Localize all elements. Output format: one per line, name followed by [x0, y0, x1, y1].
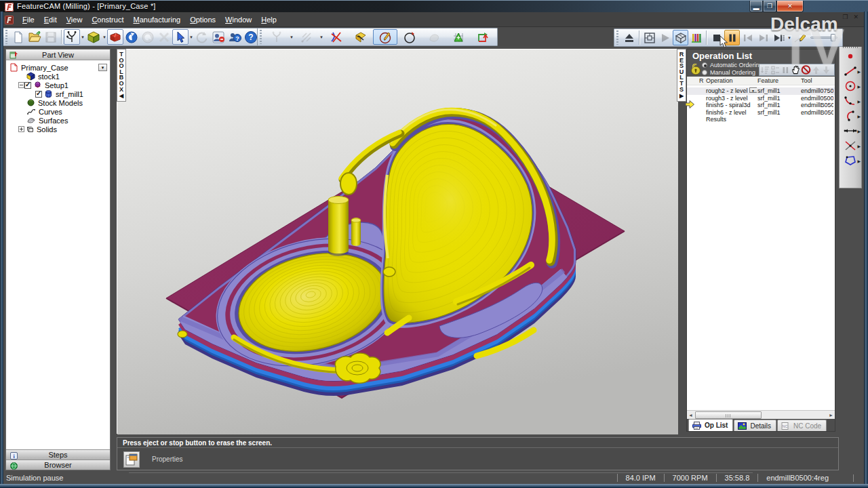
toolbar-grip[interactable]: [5, 30, 8, 44]
centerline-sim-button[interactable]: [642, 30, 657, 45]
operation-table-hscrollbar[interactable]: ◄ ►: [687, 410, 835, 419]
assistance-button[interactable]: ?: [226, 29, 243, 45]
simulation-speed-slider[interactable]: [810, 34, 837, 41]
column-header-operation[interactable]: Operation: [706, 77, 733, 84]
operation-row-rough2[interactable]: rough2 - z level▼srf_mill1endmill0750:re: [687, 87, 835, 95]
dropdown-arrow-icon[interactable]: ▼: [102, 29, 107, 45]
circle-tool-button[interactable]: [397, 29, 422, 45]
open-folder-button[interactable]: [26, 29, 43, 45]
toolbar-grip[interactable]: [616, 30, 619, 45]
toolbar-grip[interactable]: [259, 30, 262, 44]
manual-ordering-radio[interactable]: Manual Ordering: [702, 68, 763, 76]
column-header-tool[interactable]: Tool: [801, 77, 812, 84]
column-header-feature[interactable]: Feature: [757, 77, 778, 84]
tree-item-setup1[interactable]: Setup1: [6, 81, 110, 89]
steps-button[interactable]: iSteps: [6, 449, 110, 460]
mdi-close-button[interactable]: ✕: [853, 14, 859, 20]
tree-item-solids[interactable]: Solids: [6, 125, 110, 134]
resize-grip[interactable]: [853, 474, 863, 482]
save-button: [43, 29, 59, 45]
circle-button[interactable]: ▶: [840, 79, 861, 94]
results-tab[interactable]: RESULTS▶: [677, 49, 686, 102]
automatic-ordering-radio[interactable]: Automatic Ordering: [702, 61, 763, 68]
tree-checkbox[interactable]: [35, 91, 42, 98]
pause-button[interactable]: [724, 30, 740, 45]
slider-thumb[interactable]: [831, 34, 835, 41]
browser-button[interactable]: Browser: [6, 460, 110, 470]
select-cursor-button[interactable]: [172, 29, 189, 45]
delete-icon: [158, 31, 170, 43]
stop-button[interactable]: [709, 30, 724, 45]
eject-button[interactable]: [621, 30, 637, 45]
graphics-viewport[interactable]: [117, 49, 677, 434]
geometry-compass-button[interactable]: [373, 29, 397, 45]
minimize-button[interactable]: ▬: [749, 1, 763, 12]
customer-button[interactable]: [210, 29, 226, 45]
dropdown-arrow-icon[interactable]: ▼: [787, 30, 792, 45]
properties-button[interactable]: [123, 451, 140, 468]
solid-box-button[interactable]: [85, 29, 102, 45]
line-button[interactable]: ▶: [840, 64, 861, 79]
dropdown-arrow-icon[interactable]: ▼: [189, 29, 194, 45]
rapidcut-sim-button[interactable]: [688, 30, 704, 45]
trim-button[interactable]: ▶: [840, 138, 861, 153]
dropdown-arrow-icon[interactable]: ▼: [80, 29, 85, 45]
new-file-button[interactable]: [10, 29, 26, 45]
tab-op-list[interactable]: Op List: [688, 419, 733, 431]
close-button[interactable]: ✕: [776, 1, 804, 12]
scroll-right-arrow-icon[interactable]: ►: [827, 411, 835, 419]
operation-row-results[interactable]: Results: [687, 116, 835, 123]
arc-button[interactable]: ▶: [840, 108, 861, 123]
feature-wizard-button[interactable]: [64, 29, 80, 45]
stock-button[interactable]: [107, 29, 123, 45]
menu-construct[interactable]: Construct: [87, 14, 128, 26]
padlock-icon[interactable]: [690, 62, 702, 77]
tree-checkbox[interactable]: [24, 82, 31, 89]
menu-help[interactable]: Help: [256, 14, 281, 26]
dropdown-arrow-icon[interactable]: ▼: [319, 29, 324, 45]
fillet-button[interactable]: ▶: [840, 94, 861, 108]
dimension-button[interactable]: ▶: [840, 123, 861, 138]
menu-manufacturing[interactable]: Manufacturing: [128, 14, 185, 26]
scrollbar-thumb[interactable]: [695, 411, 762, 419]
menu-view[interactable]: View: [62, 14, 87, 26]
sim-3d-button[interactable]: [673, 30, 688, 45]
transform-button[interactable]: [471, 29, 495, 45]
operation-row-rough3[interactable]: rough3 - z levelsrf_mill1endmill0500:re: [687, 95, 835, 102]
help-icon: ?: [244, 30, 258, 44]
tree-item-srf-mill1[interactable]: srf_mill1: [6, 89, 110, 98]
maximize-button[interactable]: ❐: [763, 1, 776, 12]
part-selector-dropdown[interactable]: ▼: [98, 64, 107, 71]
undo-button[interactable]: [123, 29, 140, 45]
no-entry-button[interactable]: [801, 65, 811, 75]
snap-grid-button[interactable]: [446, 29, 471, 45]
menu-window[interactable]: Window: [220, 14, 256, 26]
mdi-restore-button[interactable]: ❐: [842, 14, 848, 20]
tree-expander-icon[interactable]: [18, 126, 24, 132]
polygon-button[interactable]: ▶: [840, 153, 861, 168]
tab-details[interactable]: Details: [734, 420, 776, 431]
operation-dropdown[interactable]: ▼: [749, 87, 757, 93]
tree-item-primary-case[interactable]: Primary_Case▼: [6, 63, 110, 72]
dropdown-arrow-icon[interactable]: ▼: [289, 29, 294, 45]
menu-options[interactable]: Options: [185, 14, 220, 26]
scroll-left-arrow-icon[interactable]: ◄: [687, 411, 694, 419]
pen-speed-button[interactable]: [792, 30, 808, 45]
point-button[interactable]: [840, 49, 861, 64]
tree-item-stock1[interactable]: stock1: [6, 72, 110, 81]
operation-row-finish5[interactable]: finish5 - spiral3dsrf_mill1endmillB0500:: [687, 102, 835, 109]
column-header-r[interactable]: R: [699, 77, 704, 84]
tree-item-stock-models[interactable]: Stock Models: [6, 98, 110, 107]
tab-nc-code[interactable]: NCNC Code: [777, 420, 827, 431]
menu-file[interactable]: File: [18, 14, 39, 26]
tree-item-curves[interactable]: Curves: [6, 107, 110, 116]
surface-button[interactable]: [349, 29, 373, 45]
toolbox-tab[interactable]: TOOLBOX◀: [117, 49, 126, 102]
single-step-button[interactable]: [771, 30, 787, 45]
operation-row-finish6[interactable]: finish6 - z levelsrf_mill1endmillB0500:: [687, 109, 835, 117]
trim-curves-button[interactable]: [324, 29, 349, 45]
tree-item-surfaces[interactable]: Surfaces: [6, 116, 110, 125]
tree-expander-icon[interactable]: [18, 82, 24, 88]
hand-button[interactable]: [791, 65, 801, 75]
menu-edit[interactable]: Edit: [39, 14, 62, 26]
